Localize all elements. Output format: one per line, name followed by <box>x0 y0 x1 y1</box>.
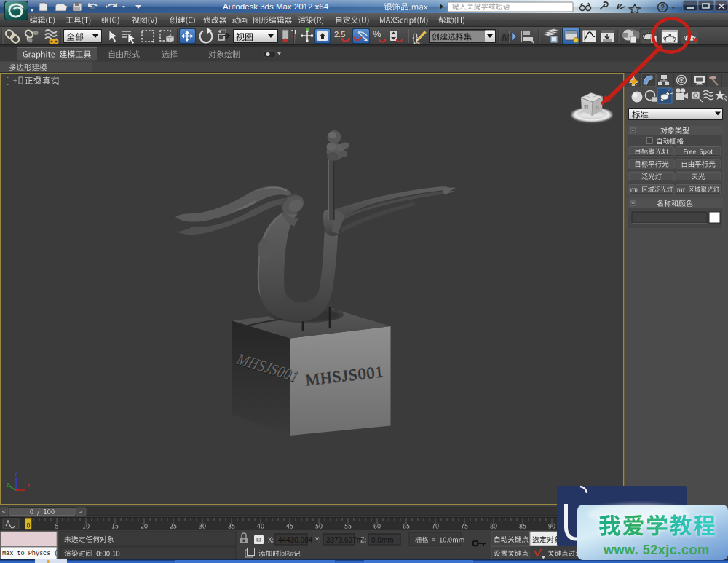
svg-text:3373.697m: 3373.697m <box>326 536 363 544</box>
svg-text:z: z <box>6 481 10 488</box>
svg-text:44430.004: 44430.004 <box>278 536 313 544</box>
svg-text:x: x <box>26 481 31 489</box>
svg-text:%: % <box>373 28 381 39</box>
svg-text:0.0mm: 0.0mm <box>371 536 394 544</box>
svg-text:www. 52xjc.com: www. 52xjc.com <box>603 543 709 557</box>
svg-text:Autodesk 3ds Max 2012 x64: Autodesk 3ds Max 2012 x64 <box>223 2 329 11</box>
svg-text:ABC: ABC <box>413 41 422 45</box>
svg-text:Max to Physcs (: Max to Physcs ( <box>2 550 58 557</box>
svg-text:?: ? <box>660 4 665 12</box>
svg-text:2.5: 2.5 <box>334 30 345 39</box>
